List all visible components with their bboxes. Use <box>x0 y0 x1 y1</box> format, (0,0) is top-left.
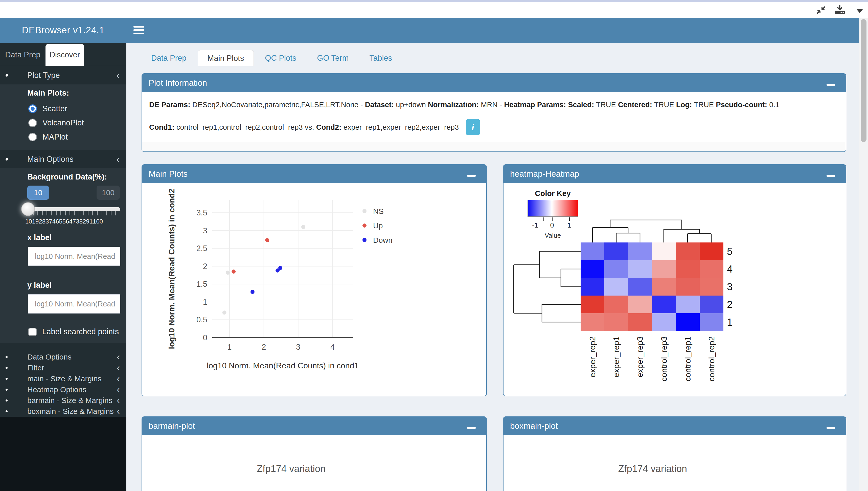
y-label-caption: y label <box>0 281 126 290</box>
download-icon[interactable] <box>833 4 846 16</box>
svg-text:2.5: 2.5 <box>197 244 207 253</box>
tab-content-main-plots[interactable]: Main Plots <box>198 50 254 66</box>
chevron-left-icon: ‹ <box>117 351 120 362</box>
minimize-icon[interactable] <box>467 427 476 429</box>
checkbox-icon <box>28 328 37 336</box>
tab-content-tables[interactable]: Tables <box>360 50 402 66</box>
main-plots-group-label: Main Plots: <box>0 88 126 97</box>
plot-type-panel: Main Plots: Scatter VolcanoPlot MAPlot <box>0 84 126 150</box>
heatmap-cell <box>676 260 700 278</box>
heatmap-cell <box>580 260 604 278</box>
tab-content-data-prep[interactable]: Data Prep <box>142 50 196 66</box>
sidebar-item-heatmap-options[interactable]: Heatmap Options ‹ <box>0 384 126 395</box>
heatmap-panel: heatmap-Heatmap Color Key -1 0 1 Value <box>503 164 846 396</box>
slider-tick-label: 82 <box>79 218 86 225</box>
scatter-plot[interactable]: 123400.511.522.533.5log10 Norm. Mean(Rea… <box>142 183 486 396</box>
page-scrollbar[interactable] <box>859 18 868 491</box>
caret-down-icon[interactable] <box>855 4 865 16</box>
minimize-icon[interactable] <box>827 427 835 429</box>
sidebar-item-main-options[interactable]: Main Options ‹ <box>0 150 126 168</box>
slider-handle[interactable] <box>21 202 35 216</box>
svg-text:3.5: 3.5 <box>197 208 207 217</box>
heatmap-column-label: control_rep2 <box>707 337 716 392</box>
heatmap-cell <box>604 313 628 331</box>
heatmap-column-label: control_rep1 <box>683 337 692 392</box>
radio-maplot[interactable]: MAPlot <box>0 130 126 144</box>
de-params-line: DE Params: DESeq2,NoCovariate,parametric… <box>149 100 839 109</box>
heatmap-cell <box>676 242 700 260</box>
bullet-icon <box>5 158 8 161</box>
slider-tick-label: 46 <box>52 218 59 225</box>
heatmap-row-label: 4 <box>727 263 750 275</box>
minimize-icon[interactable] <box>827 84 835 86</box>
heatmap-cell <box>628 242 652 260</box>
color-key-gradient <box>528 200 578 217</box>
plot-information-header: Plot Information <box>142 74 846 92</box>
heatmap-cell <box>652 242 676 260</box>
svg-text:1: 1 <box>227 343 232 351</box>
y-label-input[interactable] <box>28 294 120 314</box>
minimize-icon[interactable] <box>827 175 835 177</box>
heatmap-header: heatmap-Heatmap <box>504 165 846 183</box>
slider-tick-label: 55 <box>59 218 66 225</box>
color-key-tick: -1 <box>528 222 543 229</box>
tab-discover[interactable]: Discover <box>46 44 84 66</box>
heatmap-cell <box>628 313 652 331</box>
sidebar-item-label: Plot Type <box>27 71 60 80</box>
sidebar-item-barmain-size-margins[interactable]: barmain - Size & Margins ‹ <box>0 395 126 406</box>
sidebar-toggle-icon[interactable] <box>133 24 146 36</box>
chevron-left-icon: ‹ <box>116 66 120 84</box>
sidebar-item-filter[interactable]: Filter ‹ <box>0 362 126 373</box>
heatmap-row-label: 1 <box>727 317 750 328</box>
tab-content-go-term[interactable]: GO Term <box>307 50 358 66</box>
heatmap-row-label: 3 <box>727 281 750 292</box>
heatmap-grid[interactable] <box>580 242 723 331</box>
slider-tick-marks <box>28 211 120 215</box>
color-key-tick: 0 <box>544 222 560 229</box>
slider-value-badge: 10 <box>27 185 49 200</box>
sidebar-menu-list: Data Options ‹ Filter ‹ main - Size & Ma… <box>0 351 126 417</box>
sidebar-item-main-size-margins[interactable]: main - Size & Margins ‹ <box>0 373 126 384</box>
minimize-icon[interactable] <box>467 175 476 177</box>
heatmap-cell <box>580 295 604 313</box>
sidebar: Data Prep Discover Plot Type ‹ Main Plot… <box>0 43 126 491</box>
slider-tick-label: 28 <box>39 218 46 225</box>
slider-max-badge: 100 <box>96 185 120 200</box>
radio-selected-icon <box>28 105 37 113</box>
chevron-left-icon: ‹ <box>116 150 120 168</box>
slider-track[interactable] <box>28 207 120 211</box>
heatmap-row-labels: 54321 <box>727 242 750 331</box>
heatmap-column-label: exper_rep2 <box>588 337 597 392</box>
radio-scatter[interactable]: Scatter <box>0 102 126 116</box>
svg-text:Up: Up <box>373 222 383 230</box>
radio-label: MAPlot <box>42 133 68 142</box>
radio-label: Scatter <box>42 104 67 113</box>
window-top-strip <box>0 0 868 2</box>
debrowser-app: DEBrowser v1.24.1 Data Prep Discover Plo… <box>0 0 868 491</box>
panel-title: Main Plots <box>149 169 187 179</box>
heatmap-row-label: 5 <box>727 246 750 257</box>
sidebar-item-boxmain-size-margins[interactable]: boxmain - Size & Margins ‹ <box>0 406 126 417</box>
svg-text:2: 2 <box>203 262 207 271</box>
tab-data-prep[interactable]: Data Prep <box>2 44 43 66</box>
barmain-panel: barmain-plot Zfp174 variation 60 Cond1 <box>142 416 487 491</box>
chevron-left-icon: ‹ <box>117 384 120 395</box>
panel-title: boxmain-plot <box>510 421 558 431</box>
scrollbar-thumb[interactable] <box>861 19 867 142</box>
barmain-header: barmain-plot <box>142 417 486 435</box>
heatmap-column-label: exper_rep3 <box>635 337 645 392</box>
x-label-input[interactable] <box>28 247 120 266</box>
color-key-tick: 1 <box>562 222 577 229</box>
box-chart-title: Zfp174 variation <box>541 463 764 474</box>
chevron-left-icon: ‹ <box>117 406 120 417</box>
label-searched-points-checkbox[interactable]: Label searched points <box>0 326 126 337</box>
sidebar-item-data-options[interactable]: Data Options ‹ <box>0 351 126 362</box>
radio-volcanoplot[interactable]: VolcanoPlot <box>0 116 126 130</box>
info-button[interactable]: i <box>466 119 480 135</box>
viewer-toolbar <box>0 2 868 18</box>
compress-icon[interactable] <box>814 4 828 16</box>
sidebar-item-plot-type[interactable]: Plot Type ‹ <box>0 66 126 84</box>
tab-content-qc-plots[interactable]: QC Plots <box>255 50 306 66</box>
sidebar-tabs: Data Prep Discover <box>0 43 126 66</box>
heatmap-cell <box>580 313 604 331</box>
